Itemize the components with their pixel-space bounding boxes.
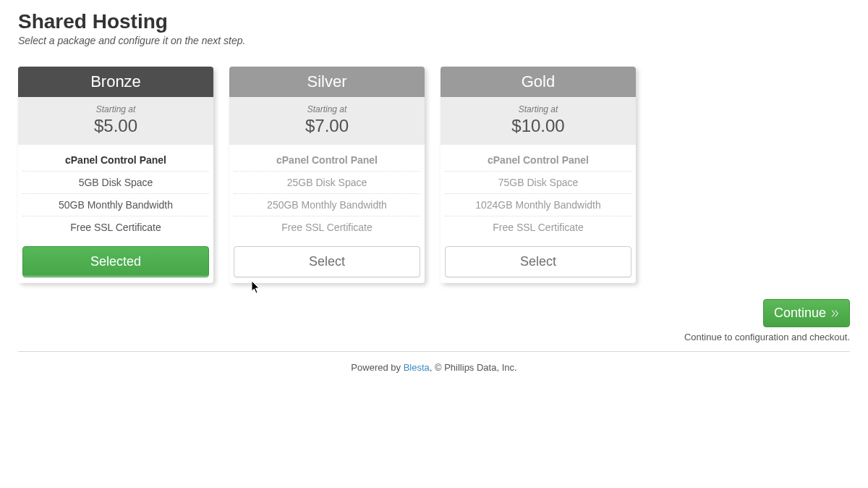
continue-hint: Continue to configuration and checkout. <box>18 332 850 342</box>
starting-at-label: Starting at <box>18 104 213 114</box>
footer-suffix: , © Phillips Data, Inc. <box>430 362 517 373</box>
footer-link[interactable]: Blesta <box>404 362 430 373</box>
plan-features: cPanel Control Panel 75GB Disk Space 102… <box>441 145 636 243</box>
page-subtitle: Select a package and configure it on the… <box>18 35 850 46</box>
plan-features: cPanel Control Panel 25GB Disk Space 250… <box>229 145 425 243</box>
feature-item: Free SSL Certificate <box>22 216 209 238</box>
feature-item: 250GB Monthly Bandwidth <box>234 193 420 216</box>
page-title: Shared Hosting <box>18 10 850 33</box>
footer: Powered by Blesta, © Phillips Data, Inc. <box>18 362 850 373</box>
feature-item: 75GB Disk Space <box>445 171 631 193</box>
starting-at-label: Starting at <box>441 104 636 114</box>
plan-features: cPanel Control Panel 5GB Disk Space 50GB… <box>18 145 213 243</box>
plans-row: Bronze Starting at $5.00 cPanel Control … <box>18 67 850 283</box>
plan-price-block: Starting at $5.00 <box>18 97 213 145</box>
plan-price: $7.00 <box>229 116 425 136</box>
plan-header: Gold <box>441 67 636 97</box>
plan-card-gold: Gold Starting at $10.00 cPanel Control P… <box>441 67 636 283</box>
feature-item: cPanel Control Panel <box>22 149 209 171</box>
plan-card-silver: Silver Starting at $7.00 cPanel Control … <box>229 67 425 283</box>
feature-item: 50GB Monthly Bandwidth <box>22 193 209 216</box>
plan-price: $5.00 <box>18 116 213 136</box>
plan-price-block: Starting at $7.00 <box>229 97 425 145</box>
feature-item: cPanel Control Panel <box>445 149 631 171</box>
continue-button[interactable]: Continue <box>763 299 850 327</box>
feature-item: 1024GB Monthly Bandwidth <box>445 193 631 216</box>
plan-card-bronze: Bronze Starting at $5.00 cPanel Control … <box>18 67 213 283</box>
select-button[interactable]: Select <box>445 246 631 277</box>
plan-header: Bronze <box>18 67 213 97</box>
feature-item: cPanel Control Panel <box>234 149 420 171</box>
select-button[interactable]: Selected <box>22 246 209 277</box>
select-button[interactable]: Select <box>234 246 420 277</box>
feature-item: Free SSL Certificate <box>234 216 420 238</box>
plan-price: $10.00 <box>441 116 636 136</box>
plan-price-block: Starting at $10.00 <box>441 97 636 145</box>
divider <box>18 351 850 352</box>
footer-prefix: Powered by <box>351 362 403 373</box>
chevron-double-right-icon <box>830 309 839 318</box>
feature-item: 5GB Disk Space <box>22 171 209 193</box>
continue-button-label: Continue <box>774 306 826 321</box>
feature-item: 25GB Disk Space <box>234 171 420 193</box>
feature-item: Free SSL Certificate <box>445 216 631 238</box>
plan-header: Silver <box>229 67 425 97</box>
starting-at-label: Starting at <box>229 104 425 114</box>
